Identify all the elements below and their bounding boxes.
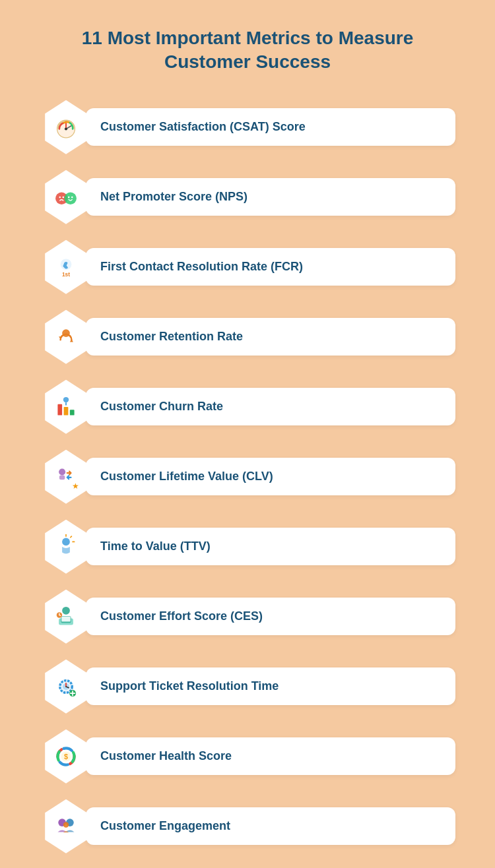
metric-item-crr: Customer Retention Rate bbox=[40, 308, 455, 366]
metric-label-box-nps: Net Promoter Score (NPS) bbox=[86, 178, 455, 216]
metric-label-clv: Customer Lifetime Value (CLV) bbox=[100, 470, 273, 483]
hex-icon-ce bbox=[40, 797, 92, 855]
metric-label-box-strt: Support Ticket Resolution Time bbox=[86, 667, 455, 705]
svg-point-21 bbox=[62, 538, 70, 545]
svg-point-25 bbox=[62, 607, 70, 615]
svg-point-6 bbox=[68, 197, 70, 199]
svg-point-7 bbox=[71, 197, 73, 199]
metric-label-crr: Customer Retention Rate bbox=[100, 330, 243, 343]
hex-icon-csat bbox=[40, 98, 92, 156]
csat-icon bbox=[52, 113, 80, 141]
hex-icon-clv: ★ bbox=[40, 448, 92, 506]
svg-point-4 bbox=[63, 197, 65, 199]
metric-label-box-churn: Customer Churn Rate bbox=[86, 388, 455, 425]
ces-icon bbox=[52, 603, 80, 631]
hex-icon-ces bbox=[40, 588, 92, 646]
metric-label-box-clv: Customer Lifetime Value (CLV) bbox=[86, 458, 455, 495]
strt-icon bbox=[52, 673, 80, 700]
ttv-icon bbox=[52, 533, 80, 561]
metric-label-fcr: First Contact Resolution Rate (FCR) bbox=[100, 260, 303, 273]
metric-item-chs: $ Customer Health Score bbox=[40, 728, 455, 786]
metric-label-ttv: Time to Value (TTV) bbox=[100, 540, 211, 553]
metric-label-box-crr: Customer Retention Rate bbox=[86, 318, 455, 356]
metric-item-strt: Support Ticket Resolution Time bbox=[40, 658, 455, 716]
svg-text:$: $ bbox=[64, 753, 68, 760]
svg-point-18 bbox=[59, 468, 65, 475]
svg-rect-14 bbox=[64, 407, 69, 416]
svg-point-3 bbox=[59, 197, 61, 199]
hex-icon-chs: $ bbox=[40, 728, 92, 786]
metric-item-ttv: Time to Value (TTV) bbox=[40, 518, 455, 576]
hex-icon-churn bbox=[40, 378, 92, 436]
metrics-list: Customer Satisfaction (CSAT) Score bbox=[40, 98, 455, 855]
metric-item-ce: Customer Engagement bbox=[40, 797, 455, 855]
metric-item-fcr: 1st First Contact Resolution Rate (FCR) bbox=[40, 238, 455, 296]
svg-point-1 bbox=[65, 127, 67, 130]
svg-text:★: ★ bbox=[72, 481, 79, 489]
metric-label-strt: Support Ticket Resolution Time bbox=[100, 679, 279, 693]
svg-line-23 bbox=[71, 536, 72, 538]
hex-icon-nps bbox=[40, 168, 92, 226]
metric-label-ce: Customer Engagement bbox=[100, 819, 230, 832]
metric-item-clv: ★ Customer Lifetime Value (CLV) bbox=[40, 448, 455, 506]
ce-icon bbox=[52, 813, 80, 840]
metric-item-churn: Customer Churn Rate bbox=[40, 378, 455, 436]
svg-rect-28 bbox=[61, 617, 70, 622]
metric-label-ces: Customer Effort Score (CES) bbox=[100, 609, 263, 623]
hex-icon-strt bbox=[40, 658, 92, 716]
svg-rect-13 bbox=[57, 404, 62, 416]
metric-label-box-ttv: Time to Value (TTV) bbox=[86, 528, 455, 565]
svg-point-16 bbox=[63, 397, 69, 402]
metric-item-ces: Customer Effort Score (CES) bbox=[40, 588, 455, 646]
clv-icon: ★ bbox=[52, 463, 80, 491]
fcr-icon: 1st bbox=[52, 253, 80, 281]
svg-text:1st: 1st bbox=[62, 271, 70, 278]
svg-marker-11 bbox=[70, 339, 73, 342]
hex-icon-fcr: 1st bbox=[40, 238, 92, 296]
metric-item-csat: Customer Satisfaction (CSAT) Score bbox=[40, 98, 455, 156]
crr-icon bbox=[52, 323, 80, 351]
metric-label-box-ce: Customer Engagement bbox=[86, 807, 455, 845]
churn-icon bbox=[52, 393, 80, 421]
metric-label-csat: Customer Satisfaction (CSAT) Score bbox=[100, 120, 306, 133]
metric-label-churn: Customer Churn Rate bbox=[100, 400, 223, 413]
hex-icon-crr bbox=[40, 308, 92, 366]
metric-label-box-chs: Customer Health Score bbox=[86, 737, 455, 775]
metric-label-box-ces: Customer Effort Score (CES) bbox=[86, 598, 455, 635]
metric-label-chs: Customer Health Score bbox=[100, 749, 232, 762]
metric-label-box-fcr: First Contact Resolution Rate (FCR) bbox=[86, 248, 455, 286]
svg-point-47 bbox=[63, 822, 69, 827]
metric-item-nps: Net Promoter Score (NPS) bbox=[40, 168, 455, 226]
svg-point-5 bbox=[64, 192, 76, 204]
nps-icon bbox=[52, 183, 80, 211]
svg-line-31 bbox=[59, 615, 61, 615]
svg-rect-19 bbox=[59, 475, 65, 480]
page-title: 11 Most Important Metrics to Measure Cus… bbox=[82, 26, 414, 75]
metric-label-box-csat: Customer Satisfaction (CSAT) Score bbox=[86, 108, 455, 146]
metric-label-nps: Net Promoter Score (NPS) bbox=[100, 190, 248, 203]
svg-rect-15 bbox=[70, 410, 75, 415]
chs-icon: $ bbox=[52, 743, 80, 770]
hex-icon-ttv bbox=[40, 518, 92, 576]
